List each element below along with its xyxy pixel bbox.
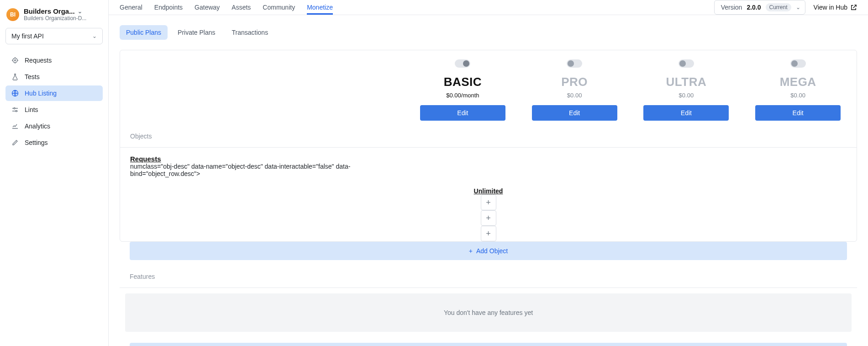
object-value-basic[interactable]: Unlimited [474,187,503,195]
monetize-subtabs: Public Plans Private Plans Transactions [120,25,857,40]
svg-point-0 [13,58,17,63]
sidebar-item-label: Tests [25,73,40,80]
plan-col-pro: PRO $0.00 Edit [526,59,623,121]
view-in-hub-link[interactable]: View in Hub [814,4,857,11]
subtab-label: Transactions [232,29,268,36]
object-row: Requests numclass="obj-desc" data-name="… [120,147,857,187]
topbar: General Endpoints Gateway Assets Communi… [109,0,868,15]
main: General Endpoints Gateway Assets Communi… [109,0,868,346]
tab-community[interactable]: Community [263,0,295,15]
tab-label: General [120,4,142,11]
tab-gateway[interactable]: Gateway [195,0,220,15]
pencil-icon [11,138,19,147]
plan-col-ultra: ULTRA $0.00 Edit [638,59,735,121]
tab-label: Monetize [307,4,333,11]
version-value: 2.0.0 [747,4,761,11]
view-in-hub-label: View in Hub [814,4,847,11]
api-selector[interactable]: My first API ⌄ [5,28,103,44]
chevron-down-icon: ⌄ [92,33,97,39]
plus-icon: + [469,247,473,255]
plan-edit-button-ultra[interactable]: Edit [643,105,729,121]
tab-label: Assets [231,4,251,11]
api-selector-label: My first API [11,32,44,40]
sidebar-item-lints[interactable]: Lints [5,102,103,117]
tab-general[interactable]: General [120,0,142,15]
sidebar-item-label: Analytics [25,122,50,130]
plans-panel: BASIC $0.00/month Edit PRO $0.00 Edit UL… [120,50,857,242]
sidebar-item-label: Hub Listing [25,90,57,97]
sidebar-item-label: Settings [25,139,48,146]
plan-header-row: BASIC $0.00/month Edit PRO $0.00 Edit UL… [120,50,857,131]
object-add-ultra[interactable]: + [481,210,496,226]
tab-label: Endpoints [154,4,183,11]
plan-name: MEGA [780,75,816,89]
tab-endpoints[interactable]: Endpoints [154,0,183,15]
plan-edit-button-pro[interactable]: Edit [532,105,617,121]
plan-price: $0.00/month [446,92,479,99]
plan-name: BASIC [444,75,482,89]
subtab-label: Public Plans [126,29,161,36]
sidebar-item-label: Lints [25,106,38,113]
subtab-private-plans[interactable]: Private Plans [171,25,221,40]
subtab-label: Private Plans [178,29,215,36]
chevron-down-icon: ⌄ [78,8,82,15]
add-object-button[interactable]: + Add Object [130,242,847,260]
plan-price: $0.00 [790,92,805,99]
sidebar-item-tests[interactable]: Tests [5,69,103,85]
org-switcher[interactable]: BI Builders Orga... ⌄ Builders Organizat… [5,5,103,21]
subtab-transactions[interactable]: Transactions [226,25,275,40]
svg-point-3 [14,108,15,109]
svg-point-4 [16,111,17,112]
plan-price: $0.00 [567,92,582,99]
plan-toggle-ultra[interactable] [679,59,694,68]
subtab-public-plans[interactable]: Public Plans [120,25,168,40]
plan-col-mega: MEGA $0.00 Edit [749,59,847,121]
globe-icon [11,89,19,97]
chart-line-icon [11,122,19,130]
features-empty-state: You don't have any features yet [125,293,852,332]
org-subtitle: Builders Organization-D... [24,15,102,21]
tab-assets[interactable]: Assets [231,0,251,15]
plan-toggle-basic[interactable] [455,59,470,68]
top-tabs: General Endpoints Gateway Assets Communi… [120,0,333,15]
plan-name: PRO [561,75,588,89]
plan-edit-button-mega[interactable]: Edit [755,105,841,121]
object-title[interactable]: Requests [130,155,400,163]
org-title: Builders Orga... [24,7,75,15]
tab-label: Community [263,4,295,11]
sidebar-item-settings[interactable]: Settings [5,135,103,150]
section-label-features: Features [120,271,857,287]
plan-price: $0.00 [679,92,694,99]
object-add-mega[interactable]: + [481,226,496,241]
sidebar-nav: Requests Tests Hub Listing Lints [5,53,103,150]
sliders-icon [11,106,19,114]
plan-col-basic: BASIC $0.00/month Edit [414,59,511,121]
sidebar-item-requests[interactable]: Requests [5,53,103,68]
object-add-pro[interactable]: + [481,195,496,210]
chevron-down-icon: ⌄ [796,4,800,11]
sidebar: BI Builders Orga... ⌄ Builders Organizat… [0,0,109,346]
sidebar-item-analytics[interactable]: Analytics [5,118,103,134]
flask-icon [11,73,19,81]
version-label: Version [721,4,742,11]
section-label-objects: Objects [120,131,857,147]
plan-name: ULTRA [666,75,707,89]
org-avatar: BI [6,8,19,21]
version-selector[interactable]: Version 2.0.0 Current ⌄ [714,0,805,15]
plan-edit-button-basic[interactable]: Edit [420,105,505,121]
tab-monetize[interactable]: Monetize [307,0,333,15]
plan-toggle-pro[interactable] [567,59,582,68]
sidebar-item-hub-listing[interactable]: Hub Listing [5,85,103,101]
plan-toggle-mega[interactable] [790,59,806,68]
version-badge: Current [766,3,791,11]
tab-label: Gateway [195,4,220,11]
sidebar-item-label: Requests [25,57,52,64]
svg-point-1 [15,60,16,61]
external-link-icon [850,4,857,11]
add-object-label: Add Object [476,247,508,255]
add-feature-button[interactable]: + Add Feature [130,343,847,346]
target-icon [11,56,19,64]
